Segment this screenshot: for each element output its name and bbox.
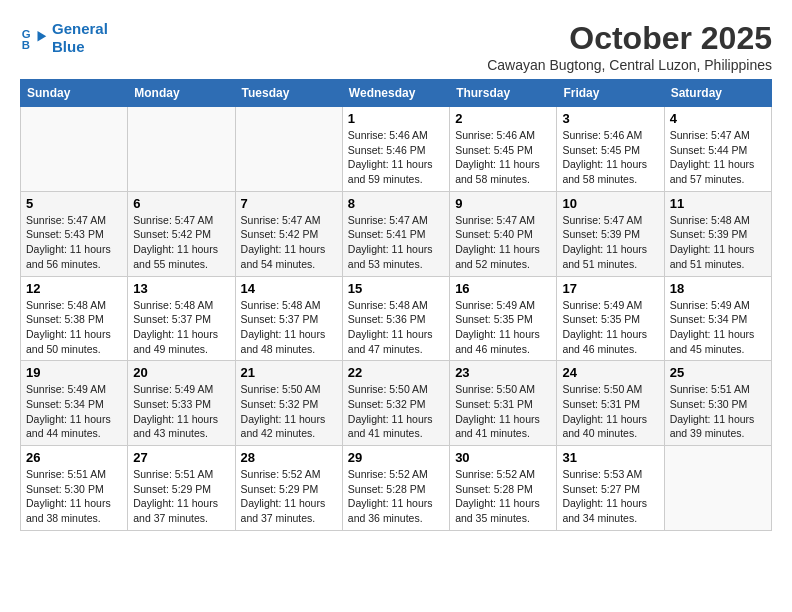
day-info: Sunrise: 5:48 AMSunset: 5:37 PMDaylight:…	[133, 298, 229, 357]
day-info: Sunrise: 5:52 AMSunset: 5:28 PMDaylight:…	[455, 467, 551, 526]
day-info: Sunrise: 5:51 AMSunset: 5:30 PMDaylight:…	[670, 382, 766, 441]
day-info: Sunrise: 5:53 AMSunset: 5:27 PMDaylight:…	[562, 467, 658, 526]
svg-text:B: B	[22, 39, 30, 51]
calendar-cell: 1Sunrise: 5:46 AMSunset: 5:46 PMDaylight…	[342, 107, 449, 192]
day-number: 19	[26, 365, 122, 380]
day-info: Sunrise: 5:51 AMSunset: 5:29 PMDaylight:…	[133, 467, 229, 526]
calendar-cell: 29Sunrise: 5:52 AMSunset: 5:28 PMDayligh…	[342, 446, 449, 531]
calendar-cell: 15Sunrise: 5:48 AMSunset: 5:36 PMDayligh…	[342, 276, 449, 361]
calendar-cell: 21Sunrise: 5:50 AMSunset: 5:32 PMDayligh…	[235, 361, 342, 446]
header-day-monday: Monday	[128, 80, 235, 107]
day-info: Sunrise: 5:47 AMSunset: 5:42 PMDaylight:…	[241, 213, 337, 272]
calendar-cell: 18Sunrise: 5:49 AMSunset: 5:34 PMDayligh…	[664, 276, 771, 361]
day-info: Sunrise: 5:47 AMSunset: 5:43 PMDaylight:…	[26, 213, 122, 272]
calendar-cell: 12Sunrise: 5:48 AMSunset: 5:38 PMDayligh…	[21, 276, 128, 361]
day-number: 31	[562, 450, 658, 465]
day-info: Sunrise: 5:47 AMSunset: 5:44 PMDaylight:…	[670, 128, 766, 187]
calendar-cell	[21, 107, 128, 192]
day-number: 29	[348, 450, 444, 465]
logo-icon: G B	[20, 24, 48, 52]
subtitle: Cawayan Bugtong, Central Luzon, Philippi…	[487, 57, 772, 73]
day-info: Sunrise: 5:46 AMSunset: 5:45 PMDaylight:…	[562, 128, 658, 187]
day-number: 10	[562, 196, 658, 211]
day-number: 30	[455, 450, 551, 465]
header-day-thursday: Thursday	[450, 80, 557, 107]
calendar-cell: 31Sunrise: 5:53 AMSunset: 5:27 PMDayligh…	[557, 446, 664, 531]
day-number: 24	[562, 365, 658, 380]
header-day-friday: Friday	[557, 80, 664, 107]
calendar-cell: 14Sunrise: 5:48 AMSunset: 5:37 PMDayligh…	[235, 276, 342, 361]
day-number: 13	[133, 281, 229, 296]
day-info: Sunrise: 5:48 AMSunset: 5:36 PMDaylight:…	[348, 298, 444, 357]
logo-text: GeneralBlue	[52, 20, 108, 56]
calendar-cell: 10Sunrise: 5:47 AMSunset: 5:39 PMDayligh…	[557, 191, 664, 276]
day-number: 14	[241, 281, 337, 296]
calendar-cell: 28Sunrise: 5:52 AMSunset: 5:29 PMDayligh…	[235, 446, 342, 531]
calendar-cell: 2Sunrise: 5:46 AMSunset: 5:45 PMDaylight…	[450, 107, 557, 192]
day-number: 8	[348, 196, 444, 211]
day-number: 1	[348, 111, 444, 126]
calendar-cell	[664, 446, 771, 531]
header-day-saturday: Saturday	[664, 80, 771, 107]
calendar-body: 1Sunrise: 5:46 AMSunset: 5:46 PMDaylight…	[21, 107, 772, 531]
day-number: 11	[670, 196, 766, 211]
day-number: 20	[133, 365, 229, 380]
day-number: 9	[455, 196, 551, 211]
day-number: 5	[26, 196, 122, 211]
title-area: October 2025 Cawayan Bugtong, Central Lu…	[487, 20, 772, 73]
header-day-tuesday: Tuesday	[235, 80, 342, 107]
calendar-cell: 7Sunrise: 5:47 AMSunset: 5:42 PMDaylight…	[235, 191, 342, 276]
calendar-cell: 13Sunrise: 5:48 AMSunset: 5:37 PMDayligh…	[128, 276, 235, 361]
day-number: 4	[670, 111, 766, 126]
day-number: 17	[562, 281, 658, 296]
calendar-cell: 3Sunrise: 5:46 AMSunset: 5:45 PMDaylight…	[557, 107, 664, 192]
day-info: Sunrise: 5:47 AMSunset: 5:39 PMDaylight:…	[562, 213, 658, 272]
calendar-cell: 5Sunrise: 5:47 AMSunset: 5:43 PMDaylight…	[21, 191, 128, 276]
day-info: Sunrise: 5:48 AMSunset: 5:39 PMDaylight:…	[670, 213, 766, 272]
day-number: 2	[455, 111, 551, 126]
header-day-sunday: Sunday	[21, 80, 128, 107]
calendar-cell	[235, 107, 342, 192]
svg-marker-2	[38, 31, 47, 42]
day-number: 26	[26, 450, 122, 465]
day-number: 25	[670, 365, 766, 380]
calendar-cell: 27Sunrise: 5:51 AMSunset: 5:29 PMDayligh…	[128, 446, 235, 531]
calendar-cell: 6Sunrise: 5:47 AMSunset: 5:42 PMDaylight…	[128, 191, 235, 276]
calendar-cell: 24Sunrise: 5:50 AMSunset: 5:31 PMDayligh…	[557, 361, 664, 446]
header: G B GeneralBlue October 2025 Cawayan Bug…	[20, 20, 772, 73]
day-info: Sunrise: 5:46 AMSunset: 5:46 PMDaylight:…	[348, 128, 444, 187]
calendar-cell: 17Sunrise: 5:49 AMSunset: 5:35 PMDayligh…	[557, 276, 664, 361]
calendar-week-3: 12Sunrise: 5:48 AMSunset: 5:38 PMDayligh…	[21, 276, 772, 361]
day-info: Sunrise: 5:49 AMSunset: 5:35 PMDaylight:…	[455, 298, 551, 357]
day-info: Sunrise: 5:48 AMSunset: 5:37 PMDaylight:…	[241, 298, 337, 357]
day-number: 27	[133, 450, 229, 465]
day-info: Sunrise: 5:52 AMSunset: 5:28 PMDaylight:…	[348, 467, 444, 526]
day-number: 18	[670, 281, 766, 296]
day-info: Sunrise: 5:47 AMSunset: 5:41 PMDaylight:…	[348, 213, 444, 272]
day-number: 6	[133, 196, 229, 211]
calendar-week-5: 26Sunrise: 5:51 AMSunset: 5:30 PMDayligh…	[21, 446, 772, 531]
day-number: 3	[562, 111, 658, 126]
day-info: Sunrise: 5:47 AMSunset: 5:42 PMDaylight:…	[133, 213, 229, 272]
calendar-cell: 19Sunrise: 5:49 AMSunset: 5:34 PMDayligh…	[21, 361, 128, 446]
calendar-cell: 25Sunrise: 5:51 AMSunset: 5:30 PMDayligh…	[664, 361, 771, 446]
day-info: Sunrise: 5:50 AMSunset: 5:31 PMDaylight:…	[455, 382, 551, 441]
calendar-cell: 22Sunrise: 5:50 AMSunset: 5:32 PMDayligh…	[342, 361, 449, 446]
day-number: 28	[241, 450, 337, 465]
month-title: October 2025	[487, 20, 772, 57]
calendar-cell: 30Sunrise: 5:52 AMSunset: 5:28 PMDayligh…	[450, 446, 557, 531]
day-number: 7	[241, 196, 337, 211]
day-info: Sunrise: 5:52 AMSunset: 5:29 PMDaylight:…	[241, 467, 337, 526]
calendar-cell: 11Sunrise: 5:48 AMSunset: 5:39 PMDayligh…	[664, 191, 771, 276]
day-info: Sunrise: 5:46 AMSunset: 5:45 PMDaylight:…	[455, 128, 551, 187]
day-info: Sunrise: 5:51 AMSunset: 5:30 PMDaylight:…	[26, 467, 122, 526]
calendar-cell: 26Sunrise: 5:51 AMSunset: 5:30 PMDayligh…	[21, 446, 128, 531]
calendar-header-row: SundayMondayTuesdayWednesdayThursdayFrid…	[21, 80, 772, 107]
calendar-cell: 16Sunrise: 5:49 AMSunset: 5:35 PMDayligh…	[450, 276, 557, 361]
calendar-week-4: 19Sunrise: 5:49 AMSunset: 5:34 PMDayligh…	[21, 361, 772, 446]
calendar-cell: 8Sunrise: 5:47 AMSunset: 5:41 PMDaylight…	[342, 191, 449, 276]
day-info: Sunrise: 5:49 AMSunset: 5:34 PMDaylight:…	[26, 382, 122, 441]
day-info: Sunrise: 5:49 AMSunset: 5:33 PMDaylight:…	[133, 382, 229, 441]
day-info: Sunrise: 5:50 AMSunset: 5:32 PMDaylight:…	[241, 382, 337, 441]
day-info: Sunrise: 5:47 AMSunset: 5:40 PMDaylight:…	[455, 213, 551, 272]
